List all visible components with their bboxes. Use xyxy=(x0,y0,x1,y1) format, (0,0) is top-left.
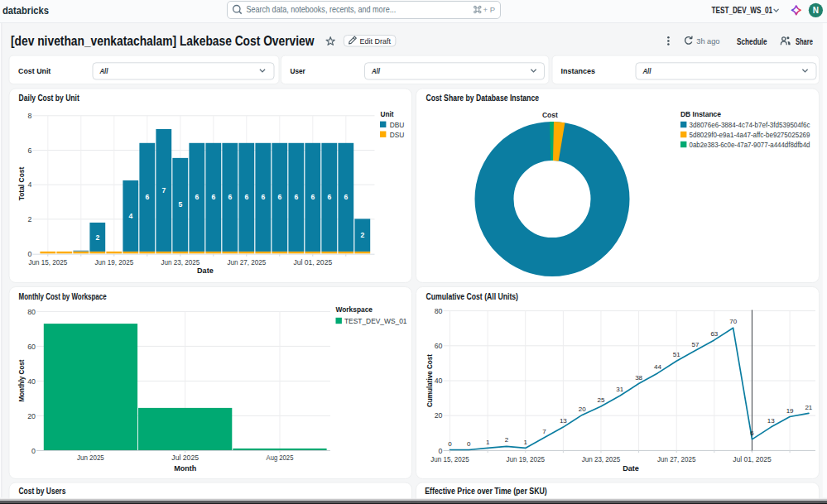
svg-text:20: 20 xyxy=(435,411,443,420)
svg-text:Edit Draft: Edit Draft xyxy=(360,36,392,46)
svg-text:2: 2 xyxy=(95,233,99,242)
svg-text:Cumulative Cost: Cumulative Cost xyxy=(425,353,434,407)
svg-text:0: 0 xyxy=(448,440,452,448)
svg-text:TEST_DEV_WS_01: TEST_DEV_WS_01 xyxy=(712,6,773,15)
svg-text:Effective Price over Time (per: Effective Price over Time (per SKU) xyxy=(425,487,547,496)
svg-text:Search data, notebooks, recent: Search data, notebooks, recents, and mor… xyxy=(247,4,397,14)
svg-text:60: 60 xyxy=(27,343,36,351)
svg-text:7: 7 xyxy=(542,428,546,435)
svg-text:User: User xyxy=(291,67,306,75)
svg-text:Aug 2025: Aug 2025 xyxy=(267,454,294,462)
svg-text:Month: Month xyxy=(174,463,196,473)
svg-text:6: 6 xyxy=(211,193,215,201)
svg-text:Cost Share by Database Instanc: Cost Share by Database Instance xyxy=(426,94,540,103)
svg-text:5: 5 xyxy=(178,200,182,209)
svg-text:21: 21 xyxy=(805,404,812,411)
svg-text:70: 70 xyxy=(729,318,737,325)
svg-text:20: 20 xyxy=(27,412,36,420)
svg-text:Jun 27, 2025: Jun 27, 2025 xyxy=(227,258,266,266)
svg-text:Daily Cost by Unit: Daily Cost by Unit xyxy=(19,94,80,103)
svg-text:2: 2 xyxy=(360,231,364,239)
svg-text:0: 0 xyxy=(467,440,471,448)
svg-text:Jun 23, 2025: Jun 23, 2025 xyxy=(161,258,200,266)
svg-text:0ab2e383-6c0e-47a7-9077-a444df: 0ab2e383-6c0e-47a7-9077-a444df8dfb4d xyxy=(690,141,810,149)
svg-text:0: 0 xyxy=(439,447,443,455)
svg-text:40: 40 xyxy=(27,377,36,386)
svg-text:6: 6 xyxy=(195,193,199,201)
svg-text:1: 1 xyxy=(486,439,490,446)
svg-text:5d8029f0-e9a1-4a47-affc-be9275: 5d8029f0-e9a1-4a47-affc-be9275025269 xyxy=(690,131,810,139)
svg-text:6: 6 xyxy=(261,193,265,201)
svg-text:63: 63 xyxy=(710,330,718,338)
svg-text:0: 0 xyxy=(27,250,31,258)
svg-text:51: 51 xyxy=(673,351,680,358)
svg-text:Schedule: Schedule xyxy=(737,37,767,46)
svg-text:6: 6 xyxy=(228,193,232,201)
svg-text:Monthly Cost by Workspace: Monthly Cost by Workspace xyxy=(19,292,107,301)
svg-text:DBU: DBU xyxy=(390,121,405,129)
svg-text:20: 20 xyxy=(579,406,586,413)
svg-text:13: 13 xyxy=(767,417,775,425)
svg-text:44: 44 xyxy=(654,363,661,371)
svg-text:Jun 2025: Jun 2025 xyxy=(77,454,104,462)
svg-text:2: 2 xyxy=(505,436,509,444)
svg-text:N: N xyxy=(813,6,819,15)
svg-text:60: 60 xyxy=(435,342,443,350)
svg-text:Unit: Unit xyxy=(381,110,394,118)
svg-text:All: All xyxy=(642,67,652,75)
svg-text:6: 6 xyxy=(145,193,149,201)
svg-text:4: 4 xyxy=(27,180,31,189)
svg-text:Share: Share xyxy=(796,37,813,46)
svg-text:3h ago: 3h ago xyxy=(696,36,720,46)
svg-text:6: 6 xyxy=(344,193,348,201)
svg-text:40: 40 xyxy=(435,377,443,385)
svg-text:Jun 19, 2025: Jun 19, 2025 xyxy=(506,455,545,463)
svg-text:databricks: databricks xyxy=(2,5,49,17)
svg-text:All: All xyxy=(99,67,108,75)
svg-text:4: 4 xyxy=(128,212,132,220)
svg-text:8: 8 xyxy=(27,112,31,120)
svg-text:Cost by Users: Cost by Users xyxy=(18,487,65,496)
svg-text:Monthly Cost: Monthly Cost xyxy=(17,359,26,402)
svg-text:3d8076e6-3884-4c74-b7ef-3fd539: 3d8076e6-3884-4c74-b7ef-3fd539504f6c xyxy=(690,121,811,129)
svg-text:1: 1 xyxy=(524,439,528,446)
svg-text:Jun 19, 2025: Jun 19, 2025 xyxy=(94,258,133,266)
svg-text:6: 6 xyxy=(327,193,331,201)
svg-text:Instances: Instances xyxy=(561,67,596,75)
svg-text:6: 6 xyxy=(27,146,31,155)
svg-text:2: 2 xyxy=(27,215,31,223)
svg-text:Cumulative Cost (All Units): Cumulative Cost (All Units) xyxy=(426,292,519,301)
svg-text:Jul 01, 2025: Jul 01, 2025 xyxy=(293,258,332,266)
svg-text:Date: Date xyxy=(623,463,639,473)
svg-text:57: 57 xyxy=(692,341,700,348)
svg-text:6: 6 xyxy=(310,193,315,201)
svg-text:6: 6 xyxy=(244,193,248,201)
svg-text:38: 38 xyxy=(635,374,642,382)
svg-text:All: All xyxy=(371,67,380,75)
svg-text:Jun 27, 2025: Jun 27, 2025 xyxy=(657,455,696,463)
svg-text:31: 31 xyxy=(616,386,623,393)
svg-text:TEST_DEV_WS_01: TEST_DEV_WS_01 xyxy=(344,317,407,325)
svg-text:Jul 01, 2025: Jul 01, 2025 xyxy=(733,455,772,463)
svg-text:Jun 15, 2025: Jun 15, 2025 xyxy=(430,455,469,463)
svg-text:Cost Unit: Cost Unit xyxy=(18,67,50,75)
svg-text:6: 6 xyxy=(294,193,298,201)
svg-text:80: 80 xyxy=(435,307,443,315)
svg-text:25: 25 xyxy=(598,396,605,404)
svg-text:Total Cost: Total Cost xyxy=(17,166,26,200)
svg-text:[dev nivethan_venkatachalam] L: [dev nivethan_venkatachalam] Lakebase Co… xyxy=(11,33,315,49)
svg-text:19: 19 xyxy=(786,407,794,415)
svg-text:DB Instance: DB Instance xyxy=(680,109,721,118)
svg-text:Cost: Cost xyxy=(542,111,558,119)
svg-text:DSU: DSU xyxy=(390,131,405,139)
svg-text:Jun 23, 2025: Jun 23, 2025 xyxy=(582,455,621,463)
svg-text:Workspace: Workspace xyxy=(336,305,373,314)
svg-text:6: 6 xyxy=(277,193,281,201)
svg-text:0: 0 xyxy=(31,447,36,455)
svg-text:13: 13 xyxy=(560,417,567,425)
svg-text:6: 6 xyxy=(750,430,754,437)
svg-text:80: 80 xyxy=(27,308,36,316)
svg-text:7: 7 xyxy=(161,186,166,194)
svg-text:Date: Date xyxy=(197,266,214,275)
svg-text:+ P: + P xyxy=(483,5,496,14)
